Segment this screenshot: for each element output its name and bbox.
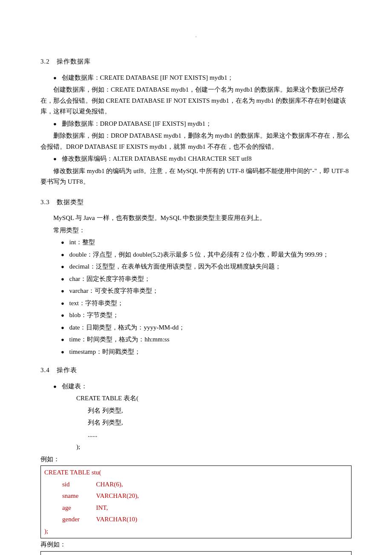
code-col-name: sname — [62, 491, 96, 502]
bullet-icon: ● — [61, 299, 69, 308]
type-item: ●time：时间类型，格式为：hh:mm:ss — [61, 334, 352, 345]
bullet-icon: ● — [61, 323, 69, 332]
code-line: 列名 列类型, — [88, 405, 352, 416]
bullet-icon: ● — [61, 311, 69, 320]
code-row: genderVARCHAR(10) — [62, 514, 348, 525]
type-item: ●date：日期类型，格式为：yyyy-MM-dd； — [61, 322, 352, 333]
bullet-icon: ● — [61, 250, 69, 260]
type-text: blob：字节类型； — [69, 310, 352, 321]
code-row: sidCHAR(6), — [62, 479, 348, 490]
paragraph-alter-db: 修改数据库 mydb1 的编码为 utf8。注意，在 MySQL 中所有的 UT… — [40, 166, 352, 188]
bullet-icon: ● — [61, 262, 69, 272]
bullet-icon: ● — [53, 382, 62, 391]
bullet-drop-db: ● 删除数据库：DROP DATABASE [IF EXISTS] mydb1； — [53, 119, 352, 130]
type-text: date：日期类型，格式为：yyyy-MM-dd； — [69, 322, 352, 333]
code-head: CREATE TABLE emp( — [44, 553, 348, 555]
code-col-type: CHAR(6), — [96, 479, 123, 490]
type-text: time：时间类型，格式为：hh:mm:ss — [69, 334, 352, 345]
code-col-name: sid — [62, 479, 96, 490]
type-text: decimal：泛型型，在表单钱方面使用该类型，因为不会出现精度缺失问题； — [69, 261, 352, 272]
paragraph-drop-db: 删除数据库，例如：DROP DATABASE mydb1，删除名为 mydb1 … — [40, 130, 352, 152]
type-text: int：整型 — [69, 237, 352, 248]
example1-label: 例如： — [40, 454, 352, 465]
section-3-4-heading: 3.4 操作表 — [40, 365, 352, 376]
type-text: char：固定长度字符串类型； — [69, 274, 352, 285]
bullet-create-table: ● 创建表： — [53, 381, 352, 392]
code-line: CREATE TABLE 表名( — [76, 393, 352, 404]
bullet-icon: ● — [61, 238, 69, 247]
code-col-type: VARCHAR(10) — [96, 514, 137, 525]
type-item: ●decimal：泛型型，在表单钱方面使用该类型，因为不会出现精度缺失问题； — [61, 261, 352, 272]
bullet-icon: ● — [61, 347, 69, 357]
code-box-stu: CREATE TABLE stu( sidCHAR(6),snameVARCHA… — [40, 465, 352, 538]
header-dot: . — [40, 32, 352, 39]
code-col-name: age — [62, 503, 96, 514]
code-col-name: gender — [62, 514, 96, 525]
section-3-2-heading: 3.2 操作数据库 — [40, 56, 352, 67]
paragraph-types-intro: MySQL 与 Java 一样，也有数据类型。MySQL 中数据类型主要应用在列… — [40, 213, 352, 224]
type-item: ●text：字符串类型； — [61, 298, 352, 309]
bullet-text: 修改数据库编码：ALTER DATABASE mydb1 CHARACTER S… — [62, 153, 352, 165]
type-text: timestamp：时间戳类型； — [69, 347, 352, 358]
type-item: ●int：整型 — [61, 237, 352, 248]
types-list: ●int：整型●double：浮点型，例如 double(5,2)表示最多 5 … — [40, 237, 352, 357]
type-item: ●char：固定长度字符串类型； — [61, 274, 352, 285]
code-box-emp: CREATE TABLE emp( eidCHAR(6), — [40, 551, 352, 555]
type-item: ●double：浮点型，例如 double(5,2)表示最多 5 位，其中必须有… — [61, 249, 352, 260]
paragraph-types-label: 常用类型： — [40, 225, 352, 236]
type-item: ●varchar：可变长度字符串类型； — [61, 286, 352, 297]
type-item: ●blob：字节类型； — [61, 310, 352, 321]
bullet-icon: ● — [61, 275, 69, 284]
code-col-type: VARCHAR(20), — [96, 491, 139, 502]
bullet-icon: ● — [53, 119, 62, 129]
bullet-icon: ● — [61, 335, 69, 344]
bullet-text: 创建数据库：CREATE DATABASE [IF NOT EXISTS] my… — [62, 72, 352, 84]
type-text: varchar：可变长度字符串类型； — [69, 286, 352, 297]
code-head: CREATE TABLE stu( — [44, 467, 348, 478]
section-3-3-heading: 3.3 数据类型 — [40, 197, 352, 208]
code-row: ageINT, — [62, 503, 348, 514]
type-item: ●timestamp：时间戳类型； — [61, 347, 352, 358]
code-row: snameVARCHAR(20), — [62, 491, 348, 502]
bullet-alter-db: ● 修改数据库编码：ALTER DATABASE mydb1 CHARACTER… — [53, 153, 352, 165]
type-text: double：浮点型，例如 double(5,2)表示最多 5 位，其中必须有 … — [69, 249, 352, 260]
code-line: ); — [76, 442, 352, 453]
bullet-create-db: ● 创建数据库：CREATE DATABASE [IF NOT EXISTS] … — [53, 72, 352, 84]
bullet-text: 删除数据库：DROP DATABASE [IF EXISTS] mydb1； — [62, 119, 352, 130]
code-col-type: INT, — [96, 503, 108, 514]
code-line: 列名 列类型, — [88, 417, 352, 428]
type-text: text：字符串类型； — [69, 298, 352, 309]
bullet-text: 创建表： — [62, 381, 352, 392]
bullet-icon: ● — [53, 73, 62, 83]
bullet-icon: ● — [61, 286, 69, 296]
example2-label: 再例如： — [40, 539, 352, 550]
bullet-icon: ● — [53, 154, 62, 164]
code-tail: ); — [44, 526, 348, 537]
paragraph-create-db: 创建数据库，例如：CREATE DATABASE mydb1，创建一个名为 my… — [40, 84, 352, 117]
code-line: ...... — [88, 430, 352, 441]
